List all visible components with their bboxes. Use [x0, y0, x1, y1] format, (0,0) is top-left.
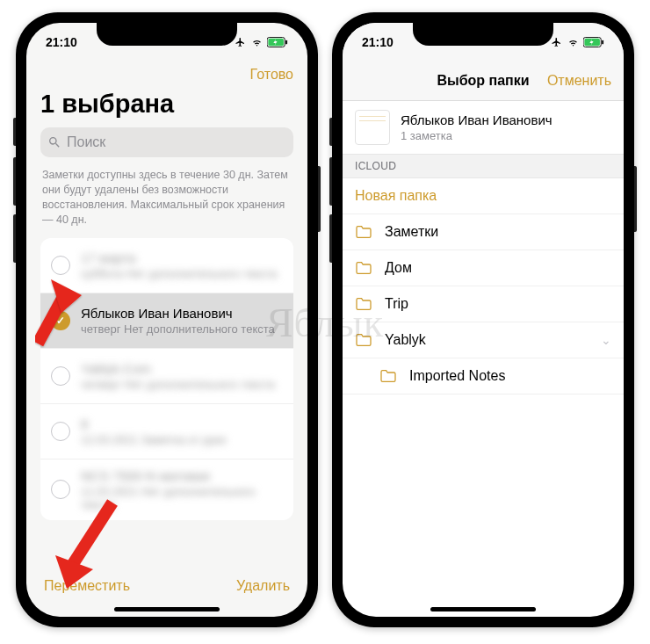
arrow-annotation-icon	[51, 494, 121, 590]
folder-name: Заметки	[385, 224, 438, 240]
battery-icon	[267, 37, 288, 47]
chevron-down-icon[interactable]: ⌄	[601, 333, 611, 347]
folder-row[interactable]: Trip	[343, 286, 624, 322]
new-folder-label: Новая папка	[355, 188, 437, 204]
arrow-annotation-icon	[26, 269, 86, 348]
page-title: 1 выбрана	[40, 90, 293, 119]
wifi-icon	[250, 37, 264, 47]
new-folder-button[interactable]: Новая папка	[343, 178, 624, 214]
notch	[413, 23, 553, 46]
airplane-icon	[550, 37, 563, 47]
battery-icon	[583, 37, 604, 47]
note-row[interactable]: 8 12.03.2021 Заметка от руки	[40, 404, 293, 459]
note-title: 17 марта	[81, 250, 283, 265]
note-subtitle: четверг Нет дополнительного текста	[81, 378, 283, 391]
note-title: Yablyk.Com	[81, 361, 283, 376]
folder-icon	[355, 225, 372, 239]
nav-title: Выбор папки	[437, 73, 529, 89]
search-placeholder: Поиск	[67, 134, 105, 150]
note-title: NCS 7500-N матовая	[81, 468, 283, 483]
svg-rect-5	[602, 40, 603, 45]
cancel-button[interactable]: Отменить	[547, 73, 611, 89]
airplane-icon	[234, 37, 247, 47]
folder-row[interactable]: Imported Notes	[343, 358, 624, 394]
info-text: Заметки доступны здесь в течение 30 дн. …	[42, 168, 292, 228]
delete-button[interactable]: Удалить	[236, 578, 290, 594]
note-row[interactable]: Yablyk.Com четверг Нет дополнительного т…	[40, 349, 293, 404]
folder-name: Yablyk	[385, 332, 426, 348]
folder-row[interactable]: Дом	[343, 250, 624, 286]
folder-icon	[355, 261, 372, 275]
folder-icon	[355, 297, 372, 311]
status-icons	[550, 37, 604, 47]
note-thumbnail-icon	[355, 110, 390, 145]
status-time: 21:10	[46, 35, 77, 49]
note-subtitle: четверг Нет дополнительного текста	[81, 322, 283, 336]
search-input[interactable]: Поиск	[40, 127, 293, 157]
radio-unchecked-icon[interactable]	[51, 422, 70, 441]
folder-name: Дом	[385, 260, 412, 276]
svg-rect-2	[285, 40, 287, 45]
done-button[interactable]: Готово	[250, 67, 293, 83]
note-title: 8	[81, 416, 283, 431]
radio-unchecked-icon[interactable]	[51, 366, 70, 386]
section-header: ICLOUD	[343, 154, 624, 178]
phone-right: 21:10 Выбор папки Отменить Яблыков Иван …	[332, 12, 634, 627]
status-icons	[234, 37, 288, 47]
folder-icon	[355, 333, 372, 347]
home-indicator[interactable]	[430, 607, 536, 611]
moving-note-count: 1 заметка	[401, 129, 552, 142]
nav-bar: Выбор папки Отменить	[343, 62, 624, 101]
wifi-icon	[567, 37, 580, 47]
note-subtitle: суббота Нет дополнительного текста	[81, 267, 283, 280]
search-icon	[47, 135, 61, 149]
home-indicator[interactable]	[114, 607, 220, 611]
moving-note-header: Яблыков Иван Иванович 1 заметка	[343, 101, 624, 154]
notch	[97, 23, 237, 46]
status-time: 21:10	[362, 35, 394, 49]
phone-left: 21:10 Готово 1 выбрана Поиск Заметки дос…	[16, 12, 318, 627]
note-title: Яблыков Иван Иванович	[81, 306, 283, 321]
folder-name: Imported Notes	[409, 368, 505, 384]
moving-note-title: Яблыков Иван Иванович	[401, 112, 552, 127]
folder-row[interactable]: Заметки	[343, 214, 624, 250]
note-subtitle: 12.03.2021 Заметка от руки	[81, 433, 283, 446]
folder-row[interactable]: Yablyk ⌄	[343, 322, 624, 358]
folder-name: Trip	[385, 296, 408, 312]
folder-icon	[379, 369, 397, 383]
